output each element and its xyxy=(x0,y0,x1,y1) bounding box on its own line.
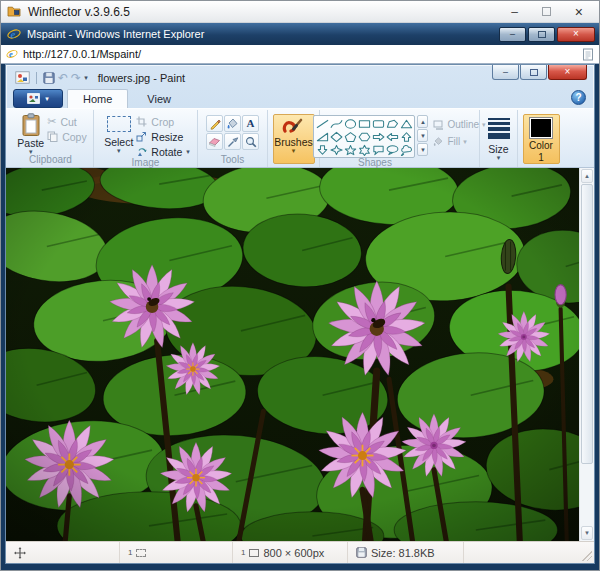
save-icon[interactable] xyxy=(43,72,55,84)
qat-dropdown-icon[interactable]: ▾ xyxy=(84,74,88,82)
status-empty-pane xyxy=(464,542,594,563)
vertical-scrollbar[interactable]: ▲ ▼ xyxy=(579,168,594,541)
shape-right-triangle[interactable] xyxy=(316,131,329,143)
page-icon[interactable] xyxy=(582,48,594,61)
winflector-app-icon xyxy=(7,5,22,18)
cursor-position-icon xyxy=(14,547,26,559)
select-button[interactable]: Select ▾ xyxy=(101,112,136,154)
paint-maximize-button[interactable] xyxy=(520,65,547,80)
group-tools: A xyxy=(198,110,268,167)
shape-rectangle[interactable] xyxy=(358,118,371,130)
status-filesize-pane: Size: 81.8KB xyxy=(348,542,464,563)
shape-hexagon[interactable] xyxy=(358,131,371,143)
help-button[interactable]: ? xyxy=(571,90,586,105)
paint-menu-button[interactable]: ▾ xyxy=(13,89,63,108)
scrollbar-thumb[interactable] xyxy=(581,184,593,464)
scroll-down-button[interactable]: ▼ xyxy=(581,526,593,540)
brushes-button[interactable]: Brushes ▾ xyxy=(273,114,315,164)
shape-diamond[interactable] xyxy=(330,131,343,143)
rotate-icon xyxy=(136,146,147,157)
url-text[interactable]: http://127.0.0.1/Mspaint/ xyxy=(23,48,577,60)
shapes-scroll-down-button[interactable]: ▼ xyxy=(417,129,428,142)
magnifier-tool[interactable] xyxy=(242,133,259,150)
selection-size-icon xyxy=(136,549,146,557)
crop-icon xyxy=(136,116,147,127)
tab-home[interactable]: Home xyxy=(67,89,128,108)
eraser-tool[interactable] xyxy=(206,133,223,150)
canvas-photo[interactable] xyxy=(6,168,579,541)
paint-minimize-button[interactable]: – xyxy=(492,65,519,80)
minimize-icon[interactable]: – xyxy=(511,6,518,18)
outline-button[interactable]: Outline ▾ xyxy=(433,119,485,130)
shape-down-arrow[interactable] xyxy=(316,144,329,156)
shape-cloud-callout[interactable] xyxy=(400,144,413,156)
help-icon: ? xyxy=(575,92,581,103)
scrollbar-track[interactable] xyxy=(580,184,594,525)
shape-line[interactable] xyxy=(316,118,329,130)
file-size: Size: 81.8KB xyxy=(371,547,435,559)
shape-pentagon[interactable] xyxy=(344,131,357,143)
shape-triangle[interactable] xyxy=(400,118,413,130)
crop-button[interactable]: Crop xyxy=(136,115,189,128)
close-icon[interactable]: × xyxy=(575,5,583,19)
flowers-photo xyxy=(6,168,579,541)
color1-swatch xyxy=(530,118,552,138)
redo-icon[interactable]: ↷ xyxy=(71,72,81,84)
ie-close-button[interactable]: × xyxy=(557,27,595,42)
ie-title: Mspaint - Windows Internet Explorer xyxy=(27,28,204,40)
shape-left-arrow[interactable] xyxy=(386,131,399,143)
status-dimensions-pane: 1 800 × 600px xyxy=(233,542,348,563)
svg-text:e: e xyxy=(10,28,15,40)
copy-button[interactable]: Copy xyxy=(47,130,87,143)
shape-six-point-star[interactable] xyxy=(358,144,371,156)
ie-logo-icon: e xyxy=(7,27,21,41)
shape-oval[interactable] xyxy=(344,118,357,130)
chevron-down-icon: ▾ xyxy=(29,150,33,154)
size-button[interactable]: Size ▾ xyxy=(484,114,514,160)
maximize-icon[interactable] xyxy=(542,7,551,16)
shape-rounded-rectangle[interactable] xyxy=(372,118,385,130)
canvas-area: ▲ ▼ xyxy=(6,168,594,541)
text-icon: A xyxy=(247,118,255,129)
paste-button[interactable]: Paste ▾ xyxy=(14,112,47,155)
text-tool[interactable]: A xyxy=(242,115,259,132)
shape-rounded-callout[interactable] xyxy=(372,144,385,156)
scroll-up-icon: ▲ xyxy=(420,119,426,125)
ie-address-bar[interactable]: e http://127.0.0.1/Mspaint/ xyxy=(1,45,599,64)
ribbon-tab-row: ▾ Home View ? xyxy=(6,87,594,108)
shapes-more-button[interactable]: ▼ xyxy=(417,143,428,156)
select-icon xyxy=(107,116,131,132)
shape-polygon[interactable] xyxy=(386,118,399,130)
ie-minimize-button[interactable]: – xyxy=(499,27,526,42)
undo-icon[interactable]: ↶ xyxy=(58,72,68,84)
copy-icon xyxy=(47,131,58,142)
chevron-down-icon: ▾ xyxy=(292,149,296,153)
shapes-scroll-up-button[interactable]: ▲ xyxy=(417,115,428,128)
color1-button[interactable]: Color 1 xyxy=(523,114,560,164)
shape-right-arrow[interactable] xyxy=(372,131,385,143)
paint-app-icon[interactable] xyxy=(15,71,30,84)
ie-maximize-button[interactable] xyxy=(528,27,555,42)
size-icon xyxy=(488,118,510,139)
color-picker-tool[interactable] xyxy=(224,133,241,150)
chevron-down-icon: ▾ xyxy=(45,95,49,103)
resize-grip[interactable] xyxy=(582,551,592,561)
resize-button[interactable]: Resize xyxy=(136,130,189,143)
scroll-up-button[interactable]: ▲ xyxy=(581,169,593,183)
tab-view[interactable]: View xyxy=(132,89,186,108)
shape-five-point-star[interactable] xyxy=(344,144,357,156)
pencil-tool[interactable] xyxy=(206,115,223,132)
group-image: Select ▾ Crop xyxy=(94,110,198,167)
shape-oval-callout[interactable] xyxy=(386,144,399,156)
winflector-title: Winflector v.3.9.6.5 xyxy=(28,5,130,19)
shape-up-arrow[interactable] xyxy=(400,131,413,143)
fill-button[interactable]: Fill ▾ xyxy=(433,136,485,147)
shape-four-point-star[interactable] xyxy=(330,144,343,156)
maximize-icon xyxy=(530,69,538,76)
ribbon-filler xyxy=(564,110,594,167)
cut-button[interactable]: ✂ Cut xyxy=(47,115,87,128)
scroll-down-icon: ▼ xyxy=(584,530,590,536)
shape-curve[interactable] xyxy=(330,118,343,130)
fill-tool[interactable] xyxy=(224,115,241,132)
paint-close-button[interactable]: × xyxy=(548,65,587,80)
